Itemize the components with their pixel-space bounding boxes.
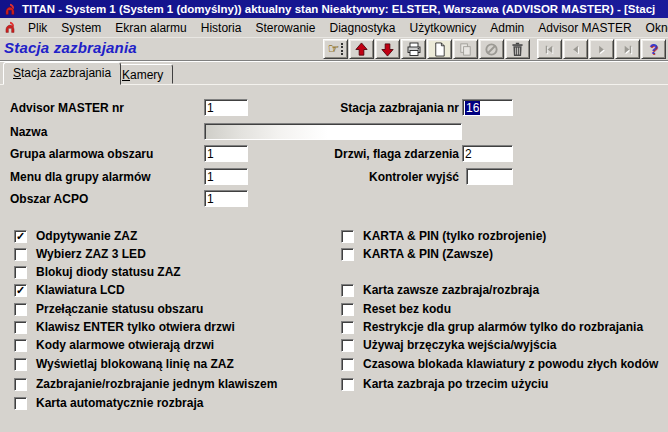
move-up-button[interactable] bbox=[349, 39, 374, 59]
checkbox-wybierz-zaz-3-led[interactable]: Wybierz ZAZ 3 LED bbox=[14, 247, 146, 261]
checkbox-box[interactable] bbox=[14, 378, 27, 391]
checkbox-box[interactable] bbox=[341, 321, 354, 334]
drzwi-flaga-input[interactable] bbox=[462, 145, 513, 162]
checkbox-box[interactable] bbox=[14, 358, 27, 371]
checkbox-karta-pin-rozbrojenie[interactable]: KARTA & PIN (tylko rozbrojenie) bbox=[341, 229, 546, 243]
checkbox-zazbrajanie-jednym-klawiszem[interactable]: Zazbrajanie/rozbrajanie jednym klawiszem bbox=[14, 377, 277, 391]
checkbox-klawisz-enter[interactable]: Klawisz ENTER tylko otwiera drzwi bbox=[14, 320, 235, 334]
checkbox-kody-alarmowe[interactable]: Kody alarmowe otwierają drzwi bbox=[14, 338, 214, 352]
checkbox-box[interactable] bbox=[341, 230, 354, 243]
checkbox-karta-zawsze[interactable]: Karta zawsze zazbraja/rozbraja bbox=[341, 283, 539, 297]
next-record-icon bbox=[594, 42, 609, 57]
blank-page-icon bbox=[432, 42, 447, 57]
menu-bar: Plik System Ekran alarmu Historia Sterow… bbox=[0, 18, 668, 38]
menu-historia[interactable]: Historia bbox=[194, 19, 249, 37]
menu-okno[interactable]: Okno bbox=[639, 19, 668, 37]
menu-uzytkownicy[interactable]: Użytkownicy bbox=[403, 19, 484, 37]
checkbox-label: Karta zazbraja po trzecim użyciu bbox=[363, 377, 548, 391]
checkbox-label: Czasowa blokada klawiatury z powodu złyc… bbox=[363, 357, 658, 371]
stacja-nr-input[interactable]: 16 bbox=[462, 99, 513, 116]
header-row: Stacja zazbrajania ☞ bbox=[0, 38, 668, 60]
menu-sterowanie[interactable]: Sterowanie bbox=[248, 19, 322, 37]
checkbox-label: Wybierz ZAZ 3 LED bbox=[36, 247, 146, 261]
advisor-master-nr-input[interactable] bbox=[204, 99, 248, 116]
window-title: TITAN - System 1 (System 1 (domyślny)) a… bbox=[22, 3, 655, 15]
checkbox-box[interactable] bbox=[14, 230, 27, 243]
checkbox-reset-bez-kodu[interactable]: Reset bez kodu bbox=[341, 302, 451, 316]
menu-ekran-alarmu[interactable]: Ekran alarmu bbox=[108, 19, 193, 37]
menu-advisor-master[interactable]: Advisor MASTER bbox=[531, 19, 638, 37]
checkbox-karta-pin-zawsze[interactable]: KARTA & PIN (Zawsze) bbox=[341, 247, 493, 261]
pick-record-button[interactable]: ☞ bbox=[323, 39, 348, 59]
titan-helmet-icon bbox=[3, 3, 17, 16]
checkbox-klawiatura-lcd[interactable]: Klawiatura LCD bbox=[14, 283, 125, 297]
checkbox-box[interactable] bbox=[14, 397, 27, 410]
selected-text: 16 bbox=[465, 101, 480, 115]
tab-label: Stacja zazbrajania bbox=[13, 66, 111, 80]
checkbox-box[interactable] bbox=[341, 339, 354, 352]
checkbox-box[interactable] bbox=[14, 321, 27, 334]
titan-window: TITAN - System 1 (System 1 (domyślny)) a… bbox=[0, 0, 668, 432]
tab-stacja-zazbrajania[interactable]: Stacja zazbrajania bbox=[3, 62, 121, 85]
title-bar[interactable]: TITAN - System 1 (System 1 (domyślny)) a… bbox=[0, 0, 668, 18]
question-mark-icon: ? bbox=[649, 41, 658, 57]
checkbox-box[interactable] bbox=[14, 284, 27, 297]
checkbox-box[interactable] bbox=[341, 358, 354, 371]
grupa-alarmowa-input[interactable] bbox=[204, 145, 248, 162]
nazwa-input[interactable] bbox=[204, 123, 462, 140]
new-record-button[interactable] bbox=[427, 39, 452, 59]
checkbox-label: Kody alarmowe otwierają drzwi bbox=[36, 338, 214, 352]
dashed-line-icon bbox=[341, 43, 343, 55]
document-helmet-icon bbox=[3, 21, 17, 34]
tab-kamery[interactable]: Kamery bbox=[112, 64, 173, 84]
page-title: Stacja zazbrajania bbox=[4, 39, 137, 56]
copy-button bbox=[453, 39, 478, 59]
checkbox-odpytywanie-zaz[interactable]: Odpytywanie ZAZ bbox=[14, 229, 137, 243]
checkbox-box[interactable] bbox=[341, 378, 354, 391]
menu-plik[interactable]: Plik bbox=[21, 19, 54, 37]
checkbox-label: KARTA & PIN (Zawsze) bbox=[363, 247, 493, 261]
help-button[interactable]: ? bbox=[641, 39, 666, 59]
checkbox-label: Klawiatura LCD bbox=[36, 283, 125, 297]
checkbox-box[interactable] bbox=[14, 248, 27, 261]
kontroler-wyjsc-input[interactable] bbox=[466, 168, 513, 185]
checkbox-label: Blokuj diody statusu ZAZ bbox=[36, 265, 181, 279]
checkbox-karta-automatycznie[interactable]: Karta automatycznie rozbraja bbox=[14, 396, 203, 410]
tab-label: Kamery bbox=[122, 68, 163, 82]
checkbox-box[interactable] bbox=[341, 248, 354, 261]
move-down-button[interactable] bbox=[375, 39, 400, 59]
checkbox-przelaczanie-statusu[interactable]: Przełączanie statusu obszaru bbox=[14, 302, 203, 316]
checkbox-box[interactable] bbox=[14, 266, 27, 279]
checkbox-label: Karta zawsze zazbraja/rozbraja bbox=[363, 283, 539, 297]
menu-diagnostyka[interactable]: Diagnostyka bbox=[322, 19, 402, 37]
next-record-button bbox=[589, 39, 614, 59]
checkbox-czasowa-blokada[interactable]: Czasowa blokada klawiatury z powodu złyc… bbox=[341, 357, 658, 371]
kontroler-wyjsc-label: Kontroler wyjść bbox=[369, 170, 459, 184]
checkbox-uzywaj-brzeczyka[interactable]: Używaj brzęczyka wejścia/wyjścia bbox=[341, 338, 556, 352]
checkbox-karta-trzecie-uzycie[interactable]: Karta zazbraja po trzecim użyciu bbox=[341, 377, 548, 391]
checkbox-label: Karta automatycznie rozbraja bbox=[36, 396, 203, 410]
drzwi-flaga-label: Drzwi, flaga zdarzenia bbox=[334, 147, 459, 161]
previous-record-button bbox=[563, 39, 588, 59]
checkbox-box[interactable] bbox=[14, 339, 27, 352]
last-record-button bbox=[615, 39, 640, 59]
delete-button[interactable] bbox=[505, 39, 530, 59]
checkbox-blokuj-diody[interactable]: Blokuj diody statusu ZAZ bbox=[14, 265, 181, 279]
toolbar: ☞ bbox=[323, 39, 666, 59]
print-button[interactable] bbox=[401, 39, 426, 59]
checkbox-wyswietlaj-blokowana[interactable]: Wyświetlaj blokowaną linię na ZAZ bbox=[14, 357, 234, 371]
menu-system[interactable]: System bbox=[54, 19, 108, 37]
last-record-icon bbox=[620, 42, 635, 57]
checkbox-box[interactable] bbox=[341, 303, 354, 316]
menu-admin[interactable]: Admin bbox=[483, 19, 531, 37]
checkbox-box[interactable] bbox=[341, 284, 354, 297]
checkbox-box[interactable] bbox=[14, 303, 27, 316]
no-entry-icon bbox=[484, 42, 499, 57]
obszar-acpo-input[interactable] bbox=[204, 190, 248, 207]
checkbox-label: Odpytywanie ZAZ bbox=[36, 229, 137, 243]
copy-pages-icon bbox=[458, 42, 473, 57]
checkbox-label: Przełączanie statusu obszaru bbox=[36, 302, 203, 316]
menu-grupy-input[interactable] bbox=[204, 168, 248, 185]
first-record-icon bbox=[542, 42, 557, 57]
checkbox-restrykcje-grup[interactable]: Restrykcje dla grup alarmów tylko do roz… bbox=[341, 320, 643, 334]
